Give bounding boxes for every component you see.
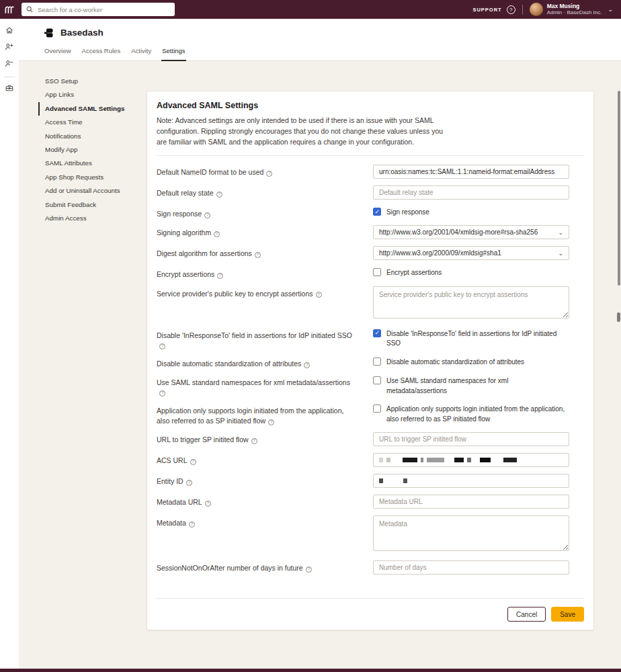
card-note: Note: Advanced settings are only intende…: [157, 116, 447, 147]
tab-activity[interactable]: Activity: [130, 47, 152, 61]
sp-flow-url-input[interactable]: [373, 432, 569, 446]
avatar[interactable]: [530, 3, 543, 16]
field-label: SessionNotOnOrAfter number of days in fu…: [157, 560, 373, 573]
sidebar-item-add-or-uninstall-accounts[interactable]: Add or Uninstall Accounts: [38, 184, 157, 198]
help-icon[interactable]: ?: [204, 212, 210, 218]
entity-id-input[interactable]: [373, 474, 569, 488]
tab-access-rules[interactable]: Access Rules: [81, 47, 122, 61]
redacted-block: [379, 478, 383, 483]
redacted-block: [386, 458, 390, 462]
advanced-saml-card: Advanced SAML Settings Note: Advanced se…: [147, 91, 594, 630]
help-icon[interactable]: ?: [186, 480, 192, 486]
help-icon[interactable]: ?: [304, 362, 310, 368]
field-label: Entity ID?: [157, 474, 373, 486]
save-button[interactable]: Save: [551, 607, 584, 622]
field-row-disable-inresponseto: Disable 'InResponseTo' field in assertio…: [157, 328, 584, 349]
help-icon[interactable]: ?: [216, 192, 222, 198]
default-nameid-format-input[interactable]: [373, 165, 569, 179]
tab-settings[interactable]: Settings: [161, 47, 185, 61]
sidebar-item-access-time[interactable]: Access Time: [38, 116, 157, 129]
sidebar-item-admin-access[interactable]: Admin Access: [38, 212, 157, 225]
support-link[interactable]: SUPPORT: [472, 7, 501, 13]
briefcase-icon[interactable]: [4, 83, 15, 93]
acs-url-input[interactable]: [373, 453, 569, 467]
encrypt-assertions-checkbox-label[interactable]: Encrypt assertions: [386, 268, 442, 278]
redacted-block: [448, 458, 451, 462]
help-icon[interactable]: ?: [255, 252, 261, 258]
help-icon[interactable]: ?: [205, 501, 211, 507]
app-header: Basedash OverviewAccess RulesActivitySet…: [19, 19, 621, 61]
redacted-block: [494, 458, 500, 462]
help-icon[interactable]: ?: [251, 438, 257, 444]
redacted-block: [480, 458, 491, 462]
sp-initiated-only-checkbox-label[interactable]: Application only supports login initiate…: [386, 405, 569, 424]
help-circle-icon[interactable]: ?: [507, 5, 515, 14]
help-icon[interactable]: ?: [190, 459, 196, 465]
home-icon[interactable]: [4, 25, 15, 36]
help-icon[interactable]: ?: [214, 231, 220, 237]
disable-inresponseto-checkbox-label[interactable]: Disable 'InResponseTo' field in assertio…: [386, 329, 569, 349]
field-row-sp-public-key: Service provider's public key to encrypt…: [157, 286, 584, 321]
sidebar-item-submit-feedback[interactable]: Submit Feedback: [38, 198, 157, 212]
sidebar-item-notifications[interactable]: Notifications: [38, 130, 157, 143]
divider: [4, 77, 15, 77]
sign-response-checkbox-label[interactable]: Sign response: [386, 208, 429, 218]
help-icon[interactable]: ?: [306, 566, 312, 573]
sidebar-item-saml-attributes[interactable]: SAML Attributes: [38, 157, 157, 170]
divider: [157, 155, 584, 156]
disable-standardization-checkbox-label[interactable]: Disable automatic standardization of att…: [386, 358, 524, 368]
redacted-block: [474, 458, 477, 462]
help-icon[interactable]: ?: [217, 273, 223, 279]
chevron-down-icon[interactable]: ⌄: [608, 6, 613, 13]
redacted-block: [394, 458, 399, 462]
metadata-textarea[interactable]: [373, 515, 569, 551]
user-menu[interactable]: Max Musing Admin · BaseDash Inc.: [547, 3, 602, 16]
help-icon[interactable]: ?: [159, 343, 165, 349]
tab-bar: OverviewAccess RulesActivitySettings: [44, 47, 186, 61]
sidebar-item-app-links[interactable]: App Links: [38, 88, 157, 101]
search-input[interactable]: [36, 5, 170, 14]
sp-initiated-only-checkbox[interactable]: [373, 405, 381, 413]
field-row-saml-standard-namespaces: Use SAML standard namespaces for xml met…: [157, 375, 584, 396]
help-icon[interactable]: ?: [268, 419, 274, 425]
signing-algorithm-select[interactable]: http://www.w3.org/2001/04/xmldsig-more#r…: [373, 225, 569, 239]
redacted-block: [467, 458, 471, 462]
cancel-button[interactable]: Cancel: [507, 607, 546, 622]
disable-standardization-checkbox[interactable]: [373, 358, 381, 366]
encrypt-assertions-checkbox[interactable]: [373, 268, 381, 276]
add-coworker-icon[interactable]: [4, 42, 15, 52]
sidebar-item-sso-setup[interactable]: SSO Setup: [38, 75, 157, 88]
settings-nav: SSO SetupApp LinksAdvanced SAML Settings…: [38, 75, 157, 225]
saml-standard-namespaces-checkbox[interactable]: [373, 376, 381, 384]
disable-inresponseto-checkbox[interactable]: [373, 329, 381, 337]
redacted-block: [454, 458, 464, 462]
scrollbar-thumb[interactable]: [618, 91, 620, 286]
global-search[interactable]: [22, 3, 175, 16]
tab-overview[interactable]: Overview: [44, 47, 72, 61]
page-title: Basedash: [60, 28, 104, 38]
scrollbar-nub[interactable]: [617, 312, 620, 322]
help-icon[interactable]: ?: [316, 292, 322, 298]
sidebar-item-app-shop-requests[interactable]: App Shop Requests: [38, 171, 157, 184]
field-row-sp-initiated-only: Application only supports login initiate…: [157, 403, 584, 425]
icon-rail: [0, 19, 19, 669]
sign-response-checkbox[interactable]: [373, 208, 381, 216]
help-icon[interactable]: ?: [159, 390, 165, 396]
session-days-input[interactable]: [373, 560, 569, 575]
remove-coworker-icon[interactable]: [4, 58, 15, 69]
field-label: Service provider's public key to encrypt…: [157, 286, 373, 298]
card-footer: Cancel Save: [157, 598, 584, 630]
redacted-block: [379, 458, 383, 462]
sp-public-key-textarea[interactable]: [373, 286, 569, 319]
bottom-bar: [0, 669, 621, 672]
saml-standard-namespaces-checkbox-label[interactable]: Use SAML standard namespaces for xml met…: [386, 376, 569, 396]
basedash-logo-icon: [44, 28, 54, 38]
digest-algorithm-select[interactable]: http://www.w3.org/2000/09/xmldsig#sha1⌄: [373, 246, 569, 260]
sidebar-item-advanced-saml-settings[interactable]: Advanced SAML Settings: [38, 102, 157, 116]
help-icon[interactable]: ?: [189, 521, 195, 528]
metadata-url-input[interactable]: [373, 495, 569, 509]
rippling-logo-icon[interactable]: [0, 0, 19, 19]
sidebar-item-modify-app[interactable]: Modify App: [38, 143, 157, 157]
default-relay-state-input[interactable]: [373, 185, 569, 200]
help-icon[interactable]: ?: [266, 171, 272, 177]
